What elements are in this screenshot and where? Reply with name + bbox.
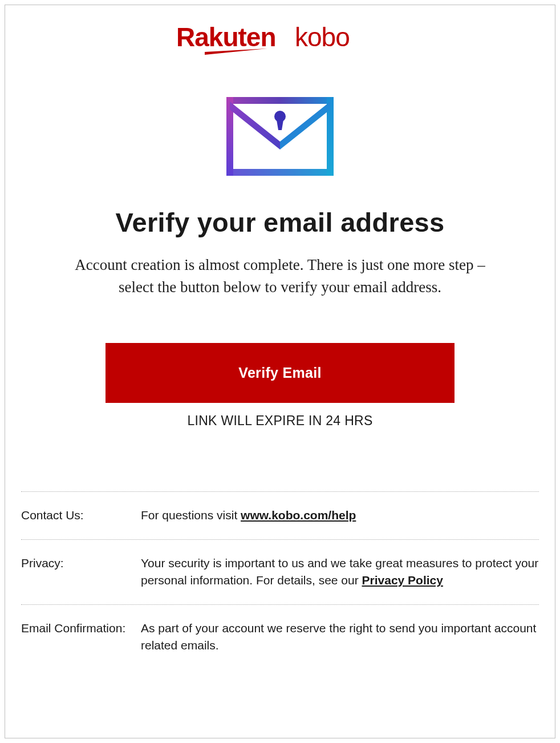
email-confirmation-row: Email Confirmation: As part of your acco… [21,604,539,655]
rakuten-kobo-logo-icon: Rakuten kobo [176,23,384,55]
help-link[interactable]: www.kobo.com/help [241,508,356,522]
page-subtitle: Account creation is almost complete. The… [58,254,502,298]
page-title: Verify your email address [21,207,539,238]
privacy-row: Privacy: Your security is important to u… [21,539,539,604]
svg-marker-7 [230,102,280,150]
envelope-lock-icon [21,97,539,178]
email-confirmation-label: Email Confirmation: [21,620,141,655]
email-confirmation-text: As part of your account we reserve the r… [141,620,539,655]
contact-text: For questions visit [141,508,241,522]
svg-marker-10 [277,120,283,130]
email-container: Rakuten kobo [5,5,555,738]
svg-rect-4 [226,169,334,176]
verify-email-button[interactable]: Verify Email [105,343,455,403]
svg-rect-3 [226,97,334,104]
brand-logo: Rakuten kobo [21,23,539,57]
privacy-body: Your security is important to us and we … [141,555,539,589]
contact-body: For questions visit www.kobo.com/help [141,507,539,524]
contact-row: Contact Us: For questions visit www.kobo… [21,491,539,539]
privacy-text: Your security is important to us and we … [141,556,538,587]
svg-text:kobo: kobo [295,23,350,52]
svg-marker-8 [280,102,330,150]
contact-label: Contact Us: [21,507,141,524]
privacy-policy-link[interactable]: Privacy Policy [362,574,443,587]
svg-text:Rakuten: Rakuten [176,23,275,52]
link-expiry-text: LINK WILL EXPIRE IN 24 HRS [21,413,539,429]
privacy-label: Privacy: [21,555,141,589]
